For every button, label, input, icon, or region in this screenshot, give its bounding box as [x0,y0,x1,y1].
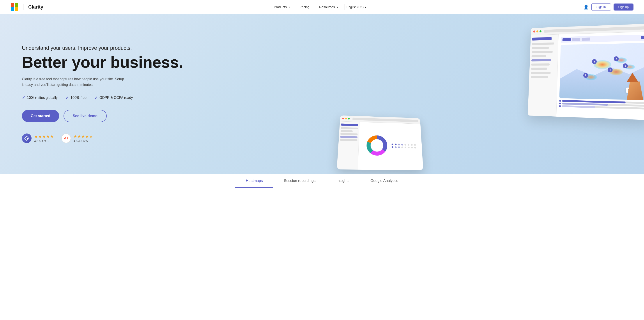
tab-google-analytics[interactable]: Google Analytics [360,174,409,188]
capterra-stars: ★ ★ ★ ★ ★ [34,134,54,139]
mockup-toolbar [561,35,644,43]
svg-rect-0 [11,3,14,7]
hero-section: Understand your users. Improve your prod… [0,14,644,174]
check-icon-1: ✓ [22,95,25,100]
account-icon[interactable]: 👤 [583,5,589,10]
svg-rect-2 [11,7,14,11]
mockup-main: 5 4 3 2 1 98% [556,32,644,120]
nav-separator [344,5,345,10]
nav-resources[interactable]: Resources [314,5,343,9]
nav-links: Products Pricing Resources English (UK) [52,5,583,10]
heatmap-visualization: 5 4 3 2 1 98% [559,43,644,100]
g2-rating-info: ★ ★ ★ ★ ★ 4.5 out of 5 [74,134,93,143]
capterra-icon [24,136,29,141]
nav-products[interactable]: Products [269,5,294,9]
hero-illustration-area: 5 4 3 2 1 98% [335,14,644,174]
donut-chart-icon [364,134,389,158]
tablet-sidebar [337,121,360,170]
mockup-bars [559,100,644,110]
hero-features: ✓ 100k+ sites globally ✓ 100% free ✓ GDP… [22,95,322,100]
hero-title: Better your business. [22,54,322,71]
mockup-content: 5 4 3 2 1 98% [528,32,644,120]
hero-subtitle: Understand your users. Improve your prod… [22,45,322,51]
mockup-sidebar [528,35,558,117]
feature-sites: ✓ 100k+ sites globally [22,95,58,100]
nav-language[interactable]: English (UK) [346,5,366,9]
dots-grid [392,143,416,148]
nav-logo[interactable]: Clarity [10,3,43,11]
mock-minimize-dot [536,30,538,33]
tab-heatmaps[interactable]: Heatmaps [235,174,273,188]
svg-rect-1 [15,3,18,7]
mock-expand-dot [540,30,542,33]
bottom-tabs: Heatmaps Session recordings Insights Goo… [0,174,644,188]
hero-buttons: Get started See live demo [22,110,322,122]
signup-button[interactable]: Sign up [614,4,634,11]
dashboard-mockup: 5 4 3 2 1 98% [528,24,644,120]
language-chevron-icon [364,5,366,9]
hero-ratings: ★ ★ ★ ★ ★ 4.8 out of 5 G2 ★ [22,134,322,143]
capterra-rating: ★ ★ ★ ★ ★ 4.8 out of 5 [22,134,54,143]
brand-name: Clarity [28,4,43,10]
mock-close-dot [533,31,535,33]
nav-right: 👤 Sign in Sign up [583,3,634,11]
capterra-rating-info: ★ ★ ★ ★ ★ 4.8 out of 5 [34,134,54,143]
navbar: Clarity Products Pricing Resources Engli… [0,0,644,14]
resources-chevron-icon [336,5,338,9]
g2-stars: ★ ★ ★ ★ ★ [74,134,93,139]
g2-rating: G2 ★ ★ ★ ★ ★ 4.5 out of 5 [61,134,93,143]
hero-description: Clarity is a free tool that captures how… [22,76,127,88]
tablet-content [337,121,423,170]
capterra-logo [22,134,32,143]
tab-session-recordings[interactable]: Session recordings [273,174,326,188]
svg-rect-3 [15,7,18,11]
g2-logo: G2 [61,134,71,143]
products-chevron-icon [288,5,290,9]
hero-content: Understand your users. Improve your prod… [0,14,335,174]
get-started-button[interactable]: Get started [22,110,59,122]
feature-free: ✓ 100% free [66,95,86,100]
feature-gdpr: ✓ GDPR & CCPA ready [94,95,133,100]
nav-pricing[interactable]: Pricing [294,5,314,9]
check-icon-3: ✓ [94,95,98,100]
svg-point-11 [371,139,383,151]
tablet-mockup [337,115,423,170]
signin-button[interactable]: Sign in [592,3,611,11]
g2-score: 4.5 out of 5 [74,139,93,143]
tab-insights[interactable]: Insights [326,174,360,188]
tablet-main [358,122,423,170]
check-icon-2: ✓ [66,95,69,100]
logo-divider [23,4,24,10]
live-demo-button[interactable]: See live demo [64,110,107,122]
capterra-score: 4.8 out of 5 [34,139,54,143]
microsoft-logo-icon [10,3,18,11]
